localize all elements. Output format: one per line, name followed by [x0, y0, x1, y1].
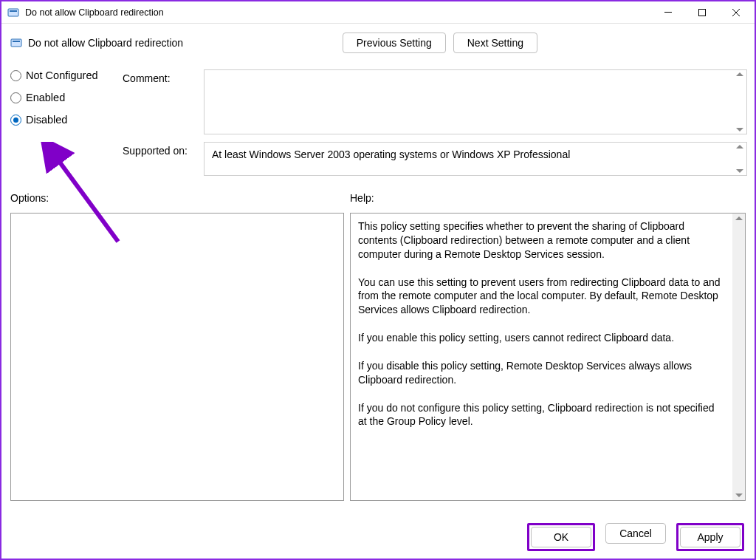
scroll-up-icon — [735, 216, 743, 220]
policy-icon — [7, 7, 19, 18]
title-bar: Do not allow Clipboard redirection — [1, 1, 755, 24]
supported-on-label: Supported on: — [123, 142, 204, 157]
comment-value — [205, 70, 746, 82]
scrollbar[interactable] — [736, 72, 745, 132]
scrollbar[interactable] — [736, 145, 745, 173]
radio-label: Not Configured — [26, 69, 98, 81]
scroll-down-icon — [736, 128, 743, 132]
radio-enabled[interactable]: Enabled — [10, 92, 120, 103]
radio-icon — [10, 70, 21, 81]
scroll-up-icon — [736, 72, 743, 76]
annotation-highlight: OK — [527, 523, 595, 551]
ok-button[interactable]: OK — [531, 527, 591, 547]
previous-setting-button[interactable]: Previous Setting — [343, 33, 446, 53]
radio-disabled[interactable]: Disabled — [10, 114, 120, 126]
scroll-up-icon — [736, 145, 743, 148]
comment-label: Comment: — [123, 69, 204, 84]
scroll-down-icon — [735, 494, 743, 497]
comment-textarea[interactable] — [204, 69, 747, 134]
apply-button[interactable]: Apply — [680, 527, 740, 547]
svg-rect-5 — [13, 41, 20, 42]
maximize-button[interactable] — [685, 1, 719, 24]
radio-label: Enabled — [26, 92, 65, 103]
cancel-button[interactable]: Cancel — [605, 523, 666, 544]
help-label: Help: — [350, 192, 374, 204]
policy-icon — [10, 37, 22, 49]
svg-rect-3 — [699, 9, 706, 16]
window-title: Do not allow Clipboard redirection — [25, 7, 651, 18]
radio-label: Disabled — [26, 114, 67, 126]
next-setting-button[interactable]: Next Setting — [453, 33, 537, 53]
svg-rect-4 — [11, 39, 21, 47]
help-text: This policy setting specifies whether to… — [351, 214, 745, 434]
annotation-highlight: Apply — [676, 523, 744, 551]
svg-rect-0 — [8, 9, 18, 16]
options-label: Options: — [10, 192, 350, 204]
svg-rect-1 — [10, 10, 17, 12]
help-pane: This policy setting specifies whether to… — [350, 213, 746, 501]
radio-icon — [10, 92, 21, 103]
svg-rect-2 — [664, 12, 672, 13]
close-button[interactable] — [719, 1, 753, 24]
scroll-down-icon — [736, 169, 743, 173]
scrollbar[interactable] — [732, 214, 745, 500]
radio-icon — [10, 115, 21, 126]
radio-not-configured[interactable]: Not Configured — [10, 69, 120, 81]
supported-on-value: At least Windows Server 2003 operating s… — [205, 143, 746, 166]
supported-on-box: At least Windows Server 2003 operating s… — [204, 142, 747, 176]
minimize-button[interactable] — [651, 1, 685, 24]
options-pane — [10, 213, 344, 501]
policy-title: Do not allow Clipboard redirection — [28, 37, 183, 49]
